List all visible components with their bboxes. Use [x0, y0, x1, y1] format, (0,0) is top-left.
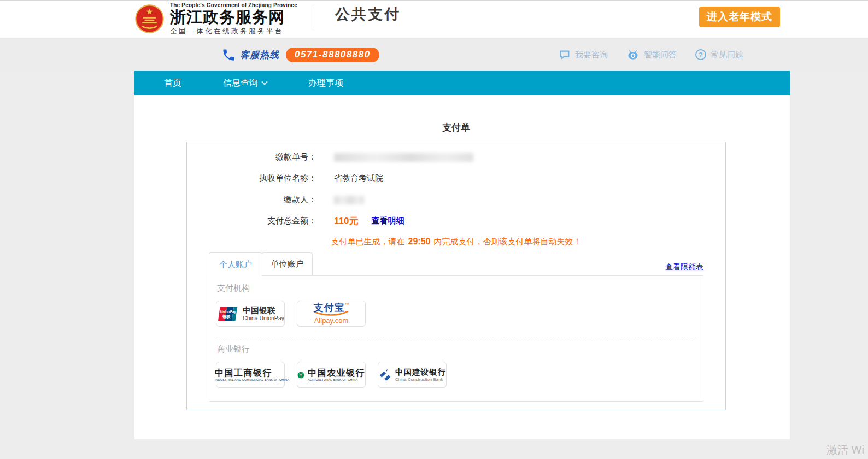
platform-line: 全国一体化在线政务服务平台: [170, 27, 297, 36]
site-header: The People's Government of Zhejiang Prov…: [0, 0, 868, 38]
activate-windows-watermark: 激活 Wi: [826, 443, 864, 457]
tab-personal-account[interactable]: 个人账户: [209, 252, 262, 276]
national-emblem-icon: [134, 4, 165, 33]
ccb-name: 中国建设银行: [395, 368, 446, 377]
site-logo-text: The People's Government of Zhejiang Prov…: [170, 2, 297, 36]
alipay-trademark: ™: [345, 302, 349, 307]
ccb-caption: China Construction Bank: [395, 377, 446, 382]
view-detail-link[interactable]: 查看明细: [371, 216, 404, 226]
field-label: 支付总金额：: [187, 216, 316, 226]
nav-item-services[interactable]: 办理事项: [308, 78, 343, 89]
total-amount: 110元: [334, 215, 358, 227]
icbc-caption: INDUSTRIAL AND COMMERCIAL BANK OF CHINA: [215, 378, 289, 381]
payment-section-title: 支付单: [186, 121, 726, 134]
redacted-order-number: [334, 153, 473, 162]
alipay-name: 支付宝: [314, 302, 345, 313]
site-name: 浙江政务服务网: [170, 8, 297, 26]
warning-prefix: 支付单已生成，请在: [331, 237, 405, 247]
alipay-option[interactable]: 支付宝™ Alipay.com: [297, 301, 366, 327]
tab-unit-account[interactable]: 单位账户: [262, 252, 313, 275]
quick-link-label: 常见问题: [711, 50, 743, 60]
field-label: 缴款单号：: [187, 152, 316, 162]
account-tabs: 个人账户 单位账户 查看限额表: [209, 252, 703, 275]
alipay-name-en: Alipay.com: [314, 316, 349, 325]
phone-icon: [221, 48, 236, 62]
main-nav: 首页 信息查询 办理事项: [134, 71, 790, 95]
redacted-payer-name: [334, 196, 364, 204]
payment-box: 缴款单号： 执收单位名称： 省教育考试院 缴款人： 支付总金额： 110元 查看…: [186, 142, 726, 410]
abc-option[interactable]: 中国农业银行 AGRICULTURAL BANK OF CHINA: [297, 362, 366, 388]
field-label: 缴款人：: [187, 195, 316, 205]
unionpay-name: 中国银联: [243, 306, 284, 315]
page: The People's Government of Zhejiang Prov…: [0, 0, 868, 459]
chat-bubble-icon: [559, 49, 571, 61]
abc-name: 中国农业银行: [308, 368, 365, 378]
agency-name: 省教育考试院: [334, 173, 383, 184]
robot-icon: [626, 48, 640, 61]
logo-subtitle-en: The People's Government of Zhejiang Prov…: [170, 2, 297, 8]
abc-logo-icon: [297, 368, 304, 382]
field-row-order-no: 缴款单号：: [187, 146, 725, 168]
unionpay-option[interactable]: UnionPay 银联 中国银联 China UnionPay: [216, 301, 285, 327]
quick-link-label: 我要咨询: [575, 50, 608, 60]
quick-link-faq[interactable]: 常见问题: [695, 49, 743, 60]
hotline-bar: 客服热线 0571-88808880 我要咨询 智能问答: [0, 38, 868, 71]
abc-caption: AGRICULTURAL BANK OF CHINA: [308, 378, 365, 381]
field-row-agency: 执收单位名称： 省教育考试院: [187, 168, 725, 189]
header-divider: [314, 7, 314, 28]
expiry-warning: 支付单已生成，请在 29:50 内完成支付，否则该支付单将自动失效！: [187, 232, 725, 251]
elder-mode-button[interactable]: 进入老年模式: [699, 7, 780, 27]
quick-link-consult[interactable]: 我要咨询: [559, 49, 608, 61]
ccb-logo-icon: [378, 368, 392, 382]
svg-text:UnionPay: UnionPay: [220, 309, 237, 314]
nav-item-info-query[interactable]: 信息查询: [223, 78, 267, 89]
quick-link-smart-qa[interactable]: 智能问答: [626, 48, 677, 61]
limit-table-link[interactable]: 查看限额表: [665, 262, 703, 272]
warning-suffix: 内完成支付，否则该支付单将自动失效！: [433, 237, 581, 247]
chevron-down-icon: [261, 79, 267, 85]
hotline-label: 客服热线: [240, 49, 279, 61]
quick-links: 我要咨询 智能问答 常见问题: [559, 38, 743, 71]
institutions-title: 支付机构: [217, 283, 696, 293]
svg-text:银联: 银联: [222, 314, 231, 319]
quick-link-label: 智能问答: [644, 50, 677, 60]
payment-methods-panel: 支付机构 UnionPay 银联 中国银联 China U: [209, 275, 703, 402]
question-circle-icon: [695, 49, 706, 60]
nav-item-label: 信息查询: [223, 78, 258, 89]
banks-title: 商业银行: [217, 344, 696, 355]
nav-item-label: 首页: [164, 78, 181, 89]
field-row-payer: 缴款人：: [187, 189, 725, 210]
icbc-option[interactable]: 中国工商银行 INDUSTRIAL AND COMMERCIAL BANK OF…: [216, 362, 285, 388]
unionpay-logo-icon: UnionPay 银联: [216, 307, 239, 321]
field-row-amount: 支付总金额： 110元 查看明细: [187, 210, 725, 232]
nav-item-home[interactable]: 首页: [164, 78, 181, 89]
section-divider: [216, 337, 696, 337]
page-title: 公共支付: [335, 4, 401, 24]
countdown-timer: 29:50: [408, 237, 431, 246]
unionpay-name-en: China UnionPay: [243, 315, 284, 321]
main-content: 支付单 缴款单号： 执收单位名称： 省教育考试院 缴款人： 支付总金额： 110…: [134, 95, 790, 439]
field-label: 执收单位名称：: [187, 173, 316, 184]
nav-item-label: 办理事项: [308, 78, 343, 89]
hotline-number: 0571-88808880: [286, 48, 379, 62]
icbc-name: 中国工商银行: [215, 368, 289, 378]
ccb-option[interactable]: 中国建设银行 China Construction Bank: [378, 362, 447, 388]
